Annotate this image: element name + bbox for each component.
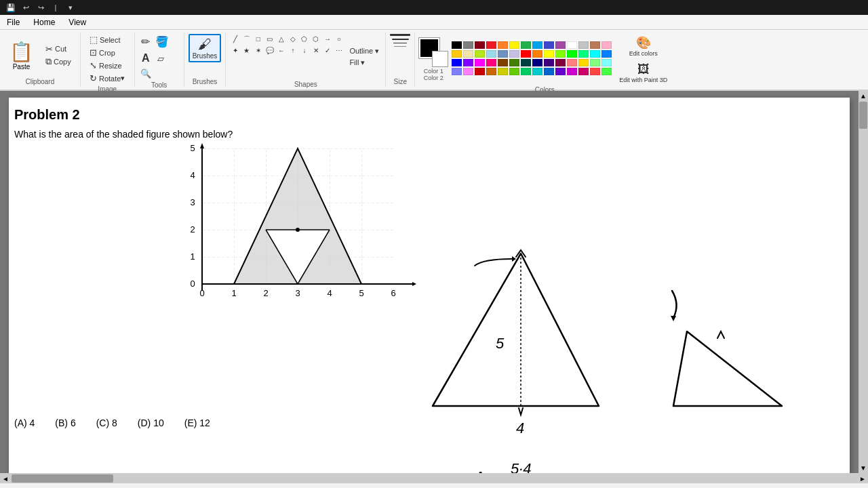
view-tab[interactable]: View <box>62 16 93 28</box>
arrow-up-shape[interactable]: ↑ <box>288 45 298 56</box>
color-cell[interactable] <box>601 59 612 66</box>
rotate-button[interactable]: ↻ Rotate▾ <box>87 73 127 84</box>
color-cell[interactable] <box>486 50 496 58</box>
color-cell[interactable] <box>452 68 462 75</box>
color-cell[interactable] <box>590 59 600 66</box>
color-cell[interactable] <box>590 68 600 75</box>
color-cell[interactable] <box>521 41 531 49</box>
brushes-button[interactable]: 🖌 Brushes <box>189 34 222 62</box>
color-cell[interactable] <box>544 68 554 75</box>
color-cell[interactable] <box>521 50 531 58</box>
color-cell[interactable] <box>509 41 519 49</box>
color-cell[interactable] <box>532 50 542 58</box>
color-cell[interactable] <box>486 68 496 75</box>
edit-colors-button[interactable]: 🎨 Edit colors <box>627 34 660 58</box>
line-shape[interactable]: ╱ <box>230 34 240 44</box>
color-cell[interactable] <box>475 41 485 49</box>
color-cell[interactable] <box>498 68 508 75</box>
scroll-thumb-v[interactable] <box>859 102 867 129</box>
file-tab[interactable]: File <box>0 16 26 28</box>
color-cell[interactable] <box>532 41 542 49</box>
color-cell[interactable] <box>601 68 612 75</box>
eraser-tool[interactable]: ▱ <box>154 52 167 65</box>
color-cell[interactable] <box>463 41 473 49</box>
color-cell[interactable] <box>452 59 462 66</box>
color-cell[interactable] <box>498 50 508 58</box>
scroll-down-button[interactable]: ▼ <box>859 463 868 473</box>
scroll-right-button[interactable]: ► <box>857 475 868 483</box>
color2-swatch[interactable] <box>433 52 448 66</box>
vertical-scrollbar[interactable]: ▲ ▼ <box>859 91 868 473</box>
color-cell[interactable] <box>509 68 519 75</box>
star4-shape[interactable]: ✦ <box>230 45 240 56</box>
cut-button[interactable]: ✂ Cut <box>43 43 73 55</box>
redo-qat-icon[interactable]: ↪ <box>35 2 46 13</box>
hexagon-shape[interactable]: ⬡ <box>311 34 321 44</box>
color-cell[interactable] <box>555 41 566 49</box>
color-cell[interactable] <box>475 68 485 75</box>
color-cell[interactable] <box>486 41 496 49</box>
color-cell[interactable] <box>601 41 612 49</box>
curve-shape[interactable]: ⌒ <box>241 34 252 44</box>
fill-button[interactable]: Fill ▾ <box>347 58 381 68</box>
star5-shape[interactable]: ★ <box>241 45 252 56</box>
rect-shape[interactable]: □ <box>253 34 263 44</box>
dropdown-qat-icon[interactable]: ▾ <box>65 2 76 13</box>
paste-button[interactable]: 📋 Paste <box>4 39 39 72</box>
select-button[interactable]: ⬚ Select <box>87 34 123 45</box>
color-cell[interactable] <box>567 41 577 49</box>
color-cell[interactable] <box>509 59 519 66</box>
color-cell[interactable] <box>567 59 577 66</box>
star6-shape[interactable]: ✶ <box>253 45 263 56</box>
color-cell[interactable] <box>532 68 542 75</box>
color-cell[interactable] <box>475 59 485 66</box>
picker-tool[interactable]: 🔍 <box>139 67 153 80</box>
save-qat-icon[interactable]: 💾 <box>5 2 16 13</box>
color-cell[interactable] <box>486 59 496 66</box>
fill-tool[interactable]: 🪣 <box>154 34 170 49</box>
color-cell[interactable] <box>590 50 600 58</box>
roundrect-shape[interactable]: ▭ <box>264 34 275 44</box>
color-cell[interactable] <box>498 41 508 49</box>
home-tab[interactable]: Home <box>26 16 62 28</box>
color-cell[interactable] <box>567 50 577 58</box>
edit-paint3d-button[interactable]: 🖼 Edit with Paint 3D <box>616 61 670 85</box>
color-cell[interactable] <box>509 50 519 58</box>
color-cell[interactable] <box>463 68 473 75</box>
outline-button[interactable]: Outline ▾ <box>347 46 381 56</box>
pencil-tool[interactable]: ✏ <box>139 34 153 49</box>
color-cell[interactable] <box>578 68 589 75</box>
more-shapes[interactable]: ⋯ <box>334 45 344 56</box>
color-cell[interactable] <box>555 68 566 75</box>
color-cell[interactable] <box>498 59 508 66</box>
crop-button[interactable]: ⊡ Crop <box>87 47 117 58</box>
color-cell[interactable] <box>601 50 612 58</box>
color-cell[interactable] <box>521 68 531 75</box>
color-cell[interactable] <box>463 50 473 58</box>
horizontal-scrollbar[interactable]: ◄ ► <box>0 474 868 483</box>
scroll-thumb-h[interactable] <box>12 474 113 483</box>
callout-shape[interactable]: 💬 <box>264 45 275 56</box>
color-cell[interactable] <box>532 59 542 66</box>
color-cell[interactable] <box>475 50 485 58</box>
triangle-shape[interactable]: △ <box>276 34 286 44</box>
color-cell[interactable] <box>544 59 554 66</box>
color-cell[interactable] <box>590 41 600 49</box>
color-cell[interactable] <box>567 68 577 75</box>
color-cell[interactable] <box>452 50 462 58</box>
color-cell[interactable] <box>578 59 589 66</box>
undo-qat-icon[interactable]: ↩ <box>20 2 31 13</box>
color-cell[interactable] <box>544 50 554 58</box>
scroll-left-button[interactable]: ◄ <box>0 475 11 483</box>
arrow-left-shape[interactable]: ← <box>276 45 286 56</box>
resize-button[interactable]: ⤡ Resize <box>87 60 124 71</box>
color-cell[interactable] <box>555 50 566 58</box>
text-tool[interactable]: A <box>139 51 153 66</box>
scroll-up-button[interactable]: ▲ <box>859 91 868 101</box>
arrow-right-shape[interactable]: → <box>322 34 332 44</box>
color-cell[interactable] <box>544 41 554 49</box>
color-cell[interactable] <box>578 50 589 58</box>
arrow-down-shape[interactable]: ↓ <box>299 45 309 56</box>
color-cell[interactable] <box>463 59 473 66</box>
color-cell[interactable] <box>555 59 566 66</box>
